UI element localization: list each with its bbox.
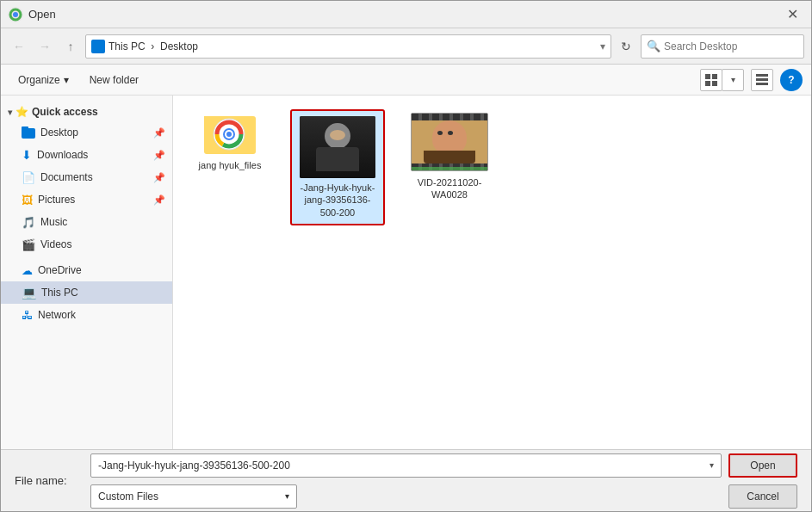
search-box[interactable]: 🔍 [641, 34, 804, 59]
file-label-folder: jang hyuk_files [199, 159, 262, 171]
main-content: ▾ ⭐ Quick access Desktop 📌 ⬇ Downloads 📌 [1, 96, 811, 449]
sidebar-music-label: Music [40, 216, 67, 228]
file-name-value: -Jang-Hyuk-hyuk-jang-39356136-500-200 [98, 460, 710, 472]
sidebar-item-onedrive[interactable]: ☁ OneDrive [1, 259, 172, 281]
file-area: jang hyuk_files -Jang-Hyuk-hyuk-jang-393… [173, 96, 811, 449]
sidebar-item-pictures[interactable]: 🖼 Pictures 📌 [1, 188, 172, 211]
close-button[interactable]: ✕ [780, 3, 804, 27]
file-name-dropdown-icon[interactable]: ▾ [710, 460, 714, 470]
cancel-button[interactable]: Cancel [728, 484, 797, 509]
sidebar: ▾ ⭐ Quick access Desktop 📌 ⬇ Downloads 📌 [1, 96, 173, 449]
file-item-folder[interactable]: jang hyuk_files [187, 109, 273, 225]
organize-button[interactable]: Organize ▾ [9, 69, 77, 91]
svg-point-13 [226, 132, 232, 137]
downloads-icon: ⬇ [22, 148, 32, 162]
pin-icon-desktop: 📌 [153, 127, 165, 139]
music-icon: 🎵 [22, 216, 35, 229]
sidebar-item-documents[interactable]: 📄 Documents 📌 [1, 166, 172, 188]
svg-rect-6 [712, 81, 717, 86]
file-type-dropdown-icon: ▾ [285, 491, 289, 501]
bottom-bar: File name: -Jang-Hyuk-hyuk-jang-39356136… [1, 449, 811, 511]
view-grid-icon [705, 74, 717, 86]
file-type-row: Custom Files ▾ [90, 484, 722, 509]
svg-rect-3 [705, 74, 710, 79]
svg-rect-8 [756, 78, 768, 81]
open-button[interactable]: Open [728, 453, 797, 478]
sidebar-item-desktop[interactable]: Desktop 📌 [1, 121, 172, 144]
filmstrip-top [412, 114, 487, 120]
sidebar-item-this-pc[interactable]: 💻 This PC [1, 281, 172, 304]
svg-rect-9 [756, 83, 768, 85]
sidebar-downloads-label: Downloads [37, 149, 88, 161]
file-type-value: Custom Files [98, 490, 158, 503]
sidebar-item-music[interactable]: 🎵 Music [1, 211, 172, 233]
pin-icon-pictures: 📌 [153, 194, 165, 206]
open-label: Open [750, 460, 775, 472]
svg-rect-7 [756, 74, 768, 77]
network-icon: 🖧 [22, 309, 33, 322]
refresh-button[interactable]: ↻ [615, 35, 637, 58]
up-button[interactable]: ↑ [59, 35, 82, 58]
layout-button[interactable] [751, 69, 773, 91]
file-label-video: VID-20211020-WA0028 [406, 176, 493, 201]
image-thumbnail [300, 116, 375, 178]
sidebar-videos-label: Videos [40, 238, 71, 250]
search-icon: 🔍 [647, 40, 660, 52]
forward-button[interactable]: → [34, 35, 56, 58]
address-bar: ← → ↑ This PC › Desktop ▾ ↻ 🔍 [1, 28, 811, 65]
sidebar-network-label: Network [38, 309, 76, 321]
svg-rect-5 [705, 81, 710, 86]
help-button[interactable]: ? [780, 69, 803, 91]
quick-access-header[interactable]: ▾ ⭐ Quick access [1, 102, 172, 121]
sidebar-this-pc-label: This PC [41, 287, 78, 299]
file-name-row: -Jang-Hyuk-hyuk-jang-39356136-500-200 ▾ [90, 453, 722, 478]
breadcrumb[interactable]: This PC › Desktop ▾ [85, 34, 611, 59]
this-pc-icon: 💻 [22, 286, 36, 299]
search-input[interactable] [664, 40, 798, 52]
sidebar-onedrive-label: OneDrive [38, 264, 82, 276]
onedrive-icon: ☁ [22, 264, 33, 277]
file-name-input[interactable]: -Jang-Hyuk-hyuk-jang-39356136-500-200 ▾ [90, 453, 722, 478]
sidebar-pictures-label: Pictures [38, 194, 75, 206]
pin-icon-downloads: 📌 [153, 150, 165, 161]
video-thumbnail [411, 113, 488, 171]
sidebar-desktop-label: Desktop [40, 126, 78, 139]
sidebar-item-videos[interactable]: 🎬 Videos [1, 233, 172, 256]
file-item-video[interactable]: VID-20211020-WA0028 [402, 109, 497, 225]
sidebar-item-network[interactable]: 🖧 Network [1, 304, 172, 326]
desktop-folder-icon [22, 126, 35, 139]
videos-icon: 🎬 [22, 238, 35, 251]
organize-label: Organize [18, 74, 60, 86]
chrome-folder-icon [204, 113, 256, 154]
svg-rect-4 [712, 74, 717, 79]
toolbar: Organize ▾ New folder ▾ [1, 65, 811, 96]
breadcrumb-text: This PC › Desktop [108, 40, 600, 52]
open-dialog: Open ✕ ← → ↑ This PC › Desktop ▾ ↻ 🔍 Org… [0, 0, 812, 512]
file-input-area: -Jang-Hyuk-hyuk-jang-39356136-500-200 ▾ … [90, 453, 722, 509]
filmstrip-bottom [412, 163, 487, 170]
file-type-dropdown[interactable]: Custom Files ▾ [90, 484, 297, 509]
back-button[interactable]: ← [8, 35, 30, 58]
breadcrumb-folder-icon [91, 40, 105, 53]
documents-icon: 📄 [22, 171, 35, 184]
view-dropdown-icon[interactable]: ▾ [722, 69, 744, 91]
quick-access-label: Quick access [32, 106, 98, 118]
file-item-selected-image[interactable]: -Jang-Hyuk-hyuk-jang-39356136-500-200 [290, 109, 385, 225]
sidebar-documents-label: Documents [40, 171, 93, 183]
new-folder-button[interactable]: New folder [81, 69, 147, 91]
file-label-selected-image: -Jang-Hyuk-hyuk-jang-39356136-500-200 [297, 182, 378, 219]
dialog-icon [8, 7, 23, 22]
dialog-title: Open [28, 8, 780, 21]
svg-point-2 [13, 12, 18, 17]
bottom-buttons: Open Cancel [728, 453, 797, 509]
sidebar-item-downloads[interactable]: ⬇ Downloads 📌 [1, 144, 172, 166]
quick-access-chevron: ▾ [8, 108, 12, 117]
view-button[interactable] [700, 69, 722, 91]
toolbar-right: ▾ ? [700, 69, 803, 91]
title-bar: Open ✕ [1, 1, 811, 28]
pin-icon-documents: 📌 [153, 172, 165, 183]
cancel-label: Cancel [747, 490, 778, 503]
organize-dropdown-icon: ▾ [64, 74, 69, 86]
breadcrumb-dropdown-icon[interactable]: ▾ [600, 40, 605, 52]
pictures-icon: 🖼 [22, 194, 33, 207]
